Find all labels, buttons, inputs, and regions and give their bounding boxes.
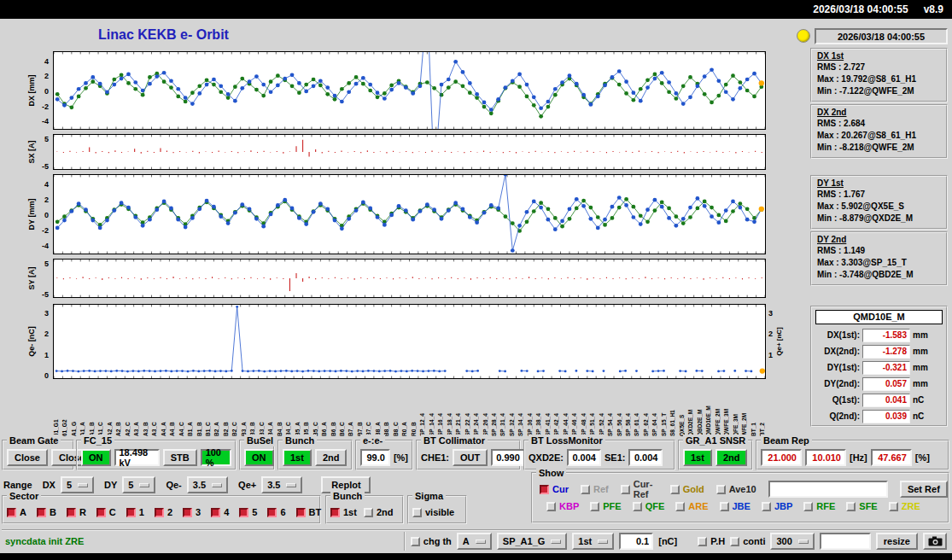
1-checkbox[interactable]: 1 bbox=[126, 507, 144, 517]
gr-snsr-1st-button[interactable]: 1st bbox=[683, 449, 712, 466]
kbp-checkbox[interactable]: KBP bbox=[546, 501, 579, 511]
resize-button[interactable]: resize bbox=[876, 533, 918, 550]
beam-gate-close-a-button[interactable]: Close bbox=[7, 449, 48, 466]
a-checkbox[interactable]: A bbox=[7, 507, 26, 517]
rfe-checkbox[interactable]: RFE bbox=[803, 501, 835, 511]
group-caption: BT Collimator bbox=[421, 435, 488, 446]
dy-plot-row: DY [mm] 420-2-4 bbox=[53, 174, 766, 254]
x-axis-label: SP_32_4 bbox=[509, 382, 515, 436]
option-menu-glyph bbox=[286, 483, 296, 487]
group-caption: GR_A1 SNSR bbox=[683, 435, 748, 446]
bt-checkbox[interactable]: BT bbox=[296, 507, 322, 517]
range-dy-select[interactable]: 5 bbox=[122, 476, 155, 493]
group-caption: FC_15 bbox=[81, 435, 114, 446]
1st-checkbox[interactable]: 1st bbox=[330, 507, 357, 517]
monitor-row-value: -1.278 bbox=[862, 345, 910, 359]
x-axis-label: A2_C bbox=[125, 382, 131, 436]
y-tick-label: 3 bbox=[768, 309, 773, 318]
bunch-select[interactable]: 1st bbox=[572, 533, 614, 550]
monitor-row: DY(1st): -0.321 mm bbox=[815, 359, 943, 376]
cur-checkbox[interactable]: Cur bbox=[540, 479, 569, 499]
monitor-row-value: 0.041 bbox=[862, 394, 910, 407]
checkbox-label: ARE bbox=[688, 501, 708, 511]
aux-input[interactable] bbox=[820, 533, 871, 550]
option-menu-glyph bbox=[551, 540, 561, 544]
range-qem-select[interactable]: 3.5 bbox=[187, 476, 228, 493]
checkbox-label: 2 bbox=[167, 507, 172, 517]
conti-checkbox[interactable]: conti bbox=[730, 536, 765, 546]
jbe-checkbox[interactable]: JBE bbox=[720, 501, 751, 511]
6-checkbox[interactable]: 6 bbox=[267, 507, 285, 517]
4-checkbox[interactable]: 4 bbox=[211, 507, 229, 517]
fc15-stb-button[interactable]: STB bbox=[163, 449, 197, 466]
che1-out-button[interactable]: OUT bbox=[453, 449, 488, 466]
ref-checkbox[interactable]: Ref bbox=[581, 479, 609, 499]
visible-checkbox[interactable]: visible bbox=[412, 507, 454, 517]
x-axis-label: SP_46_4 bbox=[571, 382, 577, 436]
y-tick-label: 1 bbox=[44, 351, 49, 359]
x-axis-label: A3_B bbox=[143, 382, 149, 436]
x-axis-label: SP_26_4 bbox=[482, 382, 488, 436]
chg-th-checkbox[interactable]: chg th bbox=[411, 536, 452, 546]
threshold-input[interactable] bbox=[619, 533, 653, 550]
y-tick-label: 0 bbox=[44, 211, 49, 219]
y-tick-label: -4 bbox=[42, 242, 49, 250]
checkbox-label: PFE bbox=[603, 501, 621, 511]
gold-checkbox[interactable]: Gold bbox=[670, 479, 704, 499]
interval-select[interactable]: 300 bbox=[770, 533, 814, 550]
fc15-on-button[interactable]: ON bbox=[81, 449, 111, 466]
checkbox-label: JBE bbox=[733, 501, 751, 511]
q-plot bbox=[54, 305, 765, 378]
2nd-checkbox[interactable]: 2nd bbox=[364, 507, 394, 517]
dx-2nd-stats: DX 2nd RMS : 2.684 Max : 20.267@S8_61_H1… bbox=[810, 104, 948, 159]
are-checkbox[interactable]: ARE bbox=[675, 501, 708, 511]
monitor-row-value: 0.039 bbox=[862, 410, 910, 423]
bunch-select-value: 1st bbox=[578, 536, 592, 546]
set-ref-input[interactable] bbox=[768, 481, 888, 498]
range-dx-select[interactable]: 5 bbox=[61, 476, 94, 493]
monitor-row: DX(1st): -1.583 mm bbox=[815, 327, 943, 343]
x-axis-label: A1_G bbox=[71, 382, 77, 436]
3-checkbox[interactable]: 3 bbox=[183, 507, 201, 517]
fc15-kv-display: 18.498 kV bbox=[114, 449, 160, 466]
bunch-1st-button[interactable]: 1st bbox=[283, 449, 312, 466]
monitor-row-value: 0.057 bbox=[862, 377, 910, 391]
device-select[interactable]: SP_A1_G bbox=[497, 533, 568, 550]
busel-on-button[interactable]: ON bbox=[244, 449, 274, 466]
c-checkbox[interactable]: C bbox=[96, 507, 116, 517]
x-axis-label: B6_A bbox=[321, 382, 327, 436]
x-axis-label: SP_34_4 bbox=[517, 382, 523, 436]
checkbox-label: 3 bbox=[196, 507, 201, 517]
x-axis-label: A4_A bbox=[161, 382, 166, 436]
zre-checkbox[interactable]: ZRE bbox=[889, 501, 920, 511]
2-checkbox[interactable]: 2 bbox=[155, 507, 172, 517]
monitor-row-unit: nC bbox=[913, 395, 924, 405]
fc15-group: FC_15 ON 18.498 kV STB 100 % bbox=[76, 440, 237, 470]
set-ref-button[interactable]: Set Ref bbox=[900, 481, 948, 498]
bunch-2nd-button[interactable]: 2nd bbox=[315, 449, 348, 466]
dy-1st-stats: DY 1st RMS : 1.767 Max : 5.902@QX5E_S Mi… bbox=[810, 175, 948, 230]
camera-button[interactable] bbox=[923, 533, 947, 550]
stats-min: Min : -8.879@QXD2E_M bbox=[817, 213, 941, 225]
sfe-checkbox[interactable]: SFE bbox=[846, 501, 877, 511]
sector-checklist: ABRC123456BT bbox=[7, 507, 321, 517]
5-checkbox[interactable]: 5 bbox=[239, 507, 257, 517]
range-qep-select[interactable]: 3.5 bbox=[261, 476, 302, 493]
b-checkbox[interactable]: B bbox=[37, 507, 56, 517]
sy-plot bbox=[54, 260, 765, 297]
dx-1st-stats: DX 1st RMS : 2.727 Max : 19.792@S8_61_H1… bbox=[810, 48, 948, 102]
gr-snsr-2nd-button[interactable]: 2nd bbox=[715, 449, 748, 466]
ph-checkbox[interactable]: P.H bbox=[698, 536, 725, 546]
cur-ref-checkbox[interactable]: Cur-Ref bbox=[621, 479, 658, 499]
x-axis-label: SP_31_4 bbox=[499, 382, 505, 436]
qfe-checkbox[interactable]: QFE bbox=[633, 501, 665, 511]
jbp-checkbox[interactable]: JBP bbox=[762, 501, 792, 511]
ave10-checkbox[interactable]: Ave10 bbox=[716, 479, 756, 499]
pfe-checkbox[interactable]: PFE bbox=[590, 501, 621, 511]
range-dy-value: 5 bbox=[128, 480, 133, 490]
monitor-row: DX(2nd): -1.278 mm bbox=[815, 343, 943, 359]
sector-select[interactable]: A bbox=[457, 533, 492, 550]
show-row-1: CurRefCur-RefGoldAve10 Set Ref bbox=[540, 479, 948, 499]
r-checkbox[interactable]: R bbox=[67, 507, 86, 517]
range-qem-label: Qe- bbox=[166, 480, 181, 490]
